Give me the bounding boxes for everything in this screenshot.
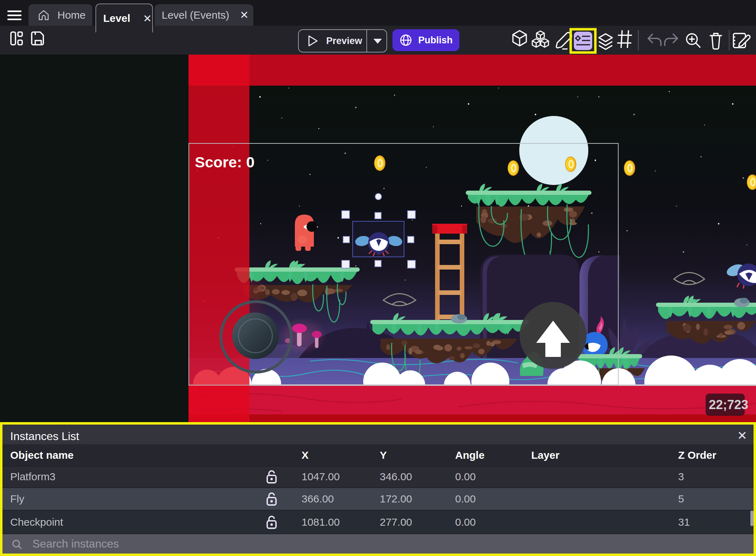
svg-text:Score: 0: Score: 0 bbox=[195, 154, 255, 171]
svg-text:22;723: 22;723 bbox=[709, 397, 748, 412]
